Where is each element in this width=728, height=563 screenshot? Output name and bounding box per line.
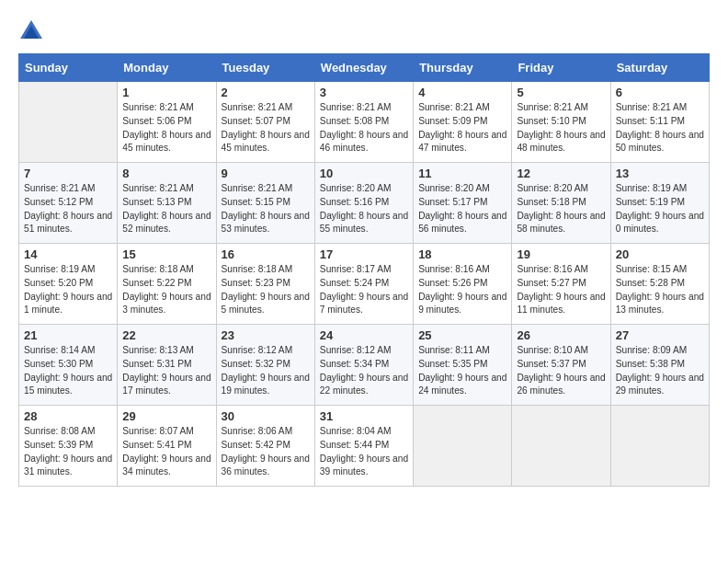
day-number: 25 — [418, 328, 506, 342]
day-cell-content: Sunrise: 8:12 AMSunset: 5:34 PMDaylight:… — [320, 344, 408, 398]
day-cell-content: Sunrise: 8:19 AMSunset: 5:19 PMDaylight:… — [616, 182, 704, 236]
logo — [18, 18, 48, 44]
calendar-cell: 1Sunrise: 8:21 AMSunset: 5:06 PMDaylight… — [118, 82, 216, 163]
day-number: 4 — [418, 86, 506, 99]
day-cell-content: Sunrise: 8:12 AMSunset: 5:32 PMDaylight:… — [222, 344, 310, 398]
calendar-cell: 25Sunrise: 8:11 AMSunset: 5:35 PMDayligh… — [414, 325, 512, 406]
day-cell-content: Sunrise: 8:13 AMSunset: 5:31 PMDaylight:… — [122, 344, 210, 398]
day-number: 24 — [320, 328, 408, 342]
calendar-cell: 9Sunrise: 8:21 AMSunset: 5:15 PMDaylight… — [216, 163, 314, 244]
day-number: 13 — [616, 167, 704, 180]
day-number: 21 — [24, 328, 112, 342]
calendar-week-1: 1Sunrise: 8:21 AMSunset: 5:06 PMDaylight… — [19, 82, 710, 163]
calendar-cell: 23Sunrise: 8:12 AMSunset: 5:32 PMDayligh… — [216, 325, 314, 406]
day-cell-content: Sunrise: 8:21 AMSunset: 5:06 PMDaylight:… — [122, 101, 210, 155]
day-cell-content: Sunrise: 8:06 AMSunset: 5:42 PMDaylight:… — [222, 425, 310, 479]
weekday-header-monday: Monday — [118, 54, 216, 82]
calendar-cell — [19, 82, 118, 163]
day-number: 19 — [517, 247, 605, 261]
calendar-cell: 29Sunrise: 8:07 AMSunset: 5:41 PMDayligh… — [118, 406, 216, 487]
weekday-header-sunday: Sunday — [19, 54, 118, 82]
calendar-cell: 24Sunrise: 8:12 AMSunset: 5:34 PMDayligh… — [314, 325, 413, 406]
day-cell-content: Sunrise: 8:18 AMSunset: 5:23 PMDaylight:… — [222, 263, 310, 317]
calendar-cell: 28Sunrise: 8:08 AMSunset: 5:39 PMDayligh… — [19, 406, 118, 487]
calendar-cell: 10Sunrise: 8:20 AMSunset: 5:16 PMDayligh… — [314, 163, 413, 244]
day-cell-content: Sunrise: 8:21 AMSunset: 5:13 PMDaylight:… — [122, 182, 210, 236]
calendar-cell: 2Sunrise: 8:21 AMSunset: 5:07 PMDaylight… — [216, 82, 314, 163]
day-number: 5 — [517, 86, 605, 99]
day-cell-content: Sunrise: 8:14 AMSunset: 5:30 PMDaylight:… — [24, 344, 112, 398]
day-cell-content: Sunrise: 8:04 AMSunset: 5:44 PMDaylight:… — [320, 425, 408, 479]
calendar-cell: 31Sunrise: 8:04 AMSunset: 5:44 PMDayligh… — [314, 406, 413, 487]
day-number: 9 — [222, 167, 310, 180]
calendar-cell: 30Sunrise: 8:06 AMSunset: 5:42 PMDayligh… — [216, 406, 314, 487]
calendar-cell: 4Sunrise: 8:21 AMSunset: 5:09 PMDaylight… — [414, 82, 512, 163]
day-number: 12 — [517, 167, 605, 180]
calendar-cell: 27Sunrise: 8:09 AMSunset: 5:38 PMDayligh… — [610, 325, 709, 406]
calendar-cell — [610, 406, 709, 487]
calendar-cell — [414, 406, 512, 487]
day-number: 15 — [122, 247, 210, 261]
day-cell-content: Sunrise: 8:11 AMSunset: 5:35 PMDaylight:… — [418, 344, 506, 398]
weekday-header-thursday: Thursday — [414, 54, 512, 82]
day-number: 10 — [320, 167, 408, 180]
day-number: 17 — [320, 247, 408, 261]
calendar-week-5: 28Sunrise: 8:08 AMSunset: 5:39 PMDayligh… — [19, 406, 710, 487]
day-cell-content: Sunrise: 8:20 AMSunset: 5:16 PMDaylight:… — [320, 182, 408, 236]
calendar-cell: 16Sunrise: 8:18 AMSunset: 5:23 PMDayligh… — [216, 244, 314, 325]
day-cell-content: Sunrise: 8:21 AMSunset: 5:15 PMDaylight:… — [222, 182, 310, 236]
page-header — [18, 18, 710, 44]
weekday-header-tuesday: Tuesday — [216, 54, 314, 82]
calendar-cell: 14Sunrise: 8:19 AMSunset: 5:20 PMDayligh… — [19, 244, 118, 325]
weekday-header-friday: Friday — [512, 54, 610, 82]
calendar-cell: 13Sunrise: 8:19 AMSunset: 5:19 PMDayligh… — [610, 163, 709, 244]
day-number: 28 — [24, 409, 112, 423]
calendar-cell — [512, 406, 610, 487]
calendar-cell: 11Sunrise: 8:20 AMSunset: 5:17 PMDayligh… — [414, 163, 512, 244]
calendar-cell: 18Sunrise: 8:16 AMSunset: 5:26 PMDayligh… — [414, 244, 512, 325]
day-cell-content: Sunrise: 8:10 AMSunset: 5:37 PMDaylight:… — [517, 344, 605, 398]
day-cell-content: Sunrise: 8:21 AMSunset: 5:12 PMDaylight:… — [24, 182, 112, 236]
calendar-week-2: 7Sunrise: 8:21 AMSunset: 5:12 PMDaylight… — [19, 163, 710, 244]
day-cell-content: Sunrise: 8:21 AMSunset: 5:07 PMDaylight:… — [222, 101, 310, 155]
calendar-cell: 5Sunrise: 8:21 AMSunset: 5:10 PMDaylight… — [512, 82, 610, 163]
day-cell-content: Sunrise: 8:19 AMSunset: 5:20 PMDaylight:… — [24, 263, 112, 317]
day-cell-content: Sunrise: 8:16 AMSunset: 5:27 PMDaylight:… — [517, 263, 605, 317]
day-cell-content: Sunrise: 8:21 AMSunset: 5:10 PMDaylight:… — [517, 101, 605, 155]
day-number: 20 — [616, 247, 704, 261]
day-number: 26 — [517, 328, 605, 342]
day-number: 11 — [418, 167, 506, 180]
day-number: 31 — [320, 409, 408, 423]
weekday-header-wednesday: Wednesday — [314, 54, 413, 82]
day-number: 27 — [616, 328, 704, 342]
day-cell-content: Sunrise: 8:07 AMSunset: 5:41 PMDaylight:… — [122, 425, 210, 479]
day-number: 3 — [320, 86, 408, 99]
weekday-header-row: SundayMondayTuesdayWednesdayThursdayFrid… — [19, 54, 710, 82]
calendar-cell: 17Sunrise: 8:17 AMSunset: 5:24 PMDayligh… — [314, 244, 413, 325]
calendar-cell: 6Sunrise: 8:21 AMSunset: 5:11 PMDaylight… — [610, 82, 709, 163]
day-cell-content: Sunrise: 8:18 AMSunset: 5:22 PMDaylight:… — [122, 263, 210, 317]
day-number: 22 — [122, 328, 210, 342]
calendar-cell: 7Sunrise: 8:21 AMSunset: 5:12 PMDaylight… — [19, 163, 118, 244]
calendar-cell: 8Sunrise: 8:21 AMSunset: 5:13 PMDaylight… — [118, 163, 216, 244]
calendar-cell: 20Sunrise: 8:15 AMSunset: 5:28 PMDayligh… — [610, 244, 709, 325]
day-cell-content: Sunrise: 8:20 AMSunset: 5:17 PMDaylight:… — [418, 182, 506, 236]
calendar-cell: 19Sunrise: 8:16 AMSunset: 5:27 PMDayligh… — [512, 244, 610, 325]
calendar-week-3: 14Sunrise: 8:19 AMSunset: 5:20 PMDayligh… — [19, 244, 710, 325]
calendar-cell: 12Sunrise: 8:20 AMSunset: 5:18 PMDayligh… — [512, 163, 610, 244]
calendar-cell: 21Sunrise: 8:14 AMSunset: 5:30 PMDayligh… — [19, 325, 118, 406]
day-number: 30 — [222, 409, 310, 423]
calendar-cell: 26Sunrise: 8:10 AMSunset: 5:37 PMDayligh… — [512, 325, 610, 406]
day-number: 1 — [122, 86, 210, 99]
day-cell-content: Sunrise: 8:21 AMSunset: 5:09 PMDaylight:… — [418, 101, 506, 155]
day-cell-content: Sunrise: 8:08 AMSunset: 5:39 PMDaylight:… — [24, 425, 112, 479]
calendar-cell: 15Sunrise: 8:18 AMSunset: 5:22 PMDayligh… — [118, 244, 216, 325]
calendar-cell: 22Sunrise: 8:13 AMSunset: 5:31 PMDayligh… — [118, 325, 216, 406]
day-cell-content: Sunrise: 8:15 AMSunset: 5:28 PMDaylight:… — [616, 263, 704, 317]
day-number: 8 — [122, 167, 210, 180]
weekday-header-saturday: Saturday — [610, 54, 709, 82]
day-number: 14 — [24, 247, 112, 261]
day-cell-content: Sunrise: 8:16 AMSunset: 5:26 PMDaylight:… — [418, 263, 506, 317]
day-cell-content: Sunrise: 8:21 AMSunset: 5:11 PMDaylight:… — [616, 101, 704, 155]
day-number: 18 — [418, 247, 506, 261]
